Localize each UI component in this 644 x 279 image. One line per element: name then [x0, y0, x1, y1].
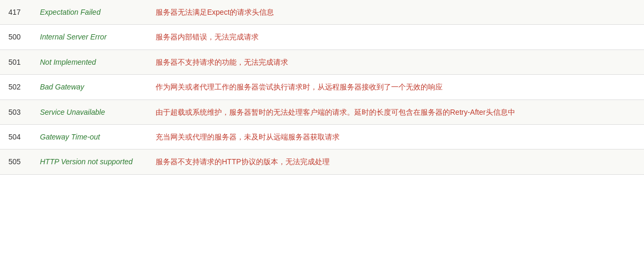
table-row: 500Internal Server Error服务器内部错误，无法完成请求 [0, 25, 644, 49]
status-description: 充当网关或代理的服务器，未及时从远端服务器获取请求 [147, 124, 644, 149]
status-description: 由于超载或系统维护，服务器暂时的无法处理客户端的请求。延时的长度可包含在服务器的… [147, 99, 644, 124]
table-row: 417Expectation Failed服务器无法满足Expect的请求头信息 [0, 0, 644, 25]
status-description: 服务器内部错误，无法完成请求 [147, 25, 644, 49]
status-code: 503 [0, 99, 32, 124]
status-description: 服务器无法满足Expect的请求头信息 [147, 0, 644, 25]
table-row: 505HTTP Version not supported服务器不支持请求的HT… [0, 150, 644, 174]
status-name: Internal Server Error [32, 25, 147, 49]
status-code: 417 [0, 0, 32, 25]
table-row: 503Service Unavailable由于超载或系统维护，服务器暂时的无法… [0, 99, 644, 124]
status-name: Service Unavailable [32, 99, 147, 124]
status-description: 作为网关或者代理工作的服务器尝试执行请求时，从远程服务器接收到了一个无效的响应 [147, 75, 644, 99]
table-row: 504Gateway Time-out充当网关或代理的服务器，未及时从远端服务器… [0, 124, 644, 149]
table-row: 502Bad Gateway作为网关或者代理工作的服务器尝试执行请求时，从远程服… [0, 75, 644, 99]
http-status-table: 417Expectation Failed服务器无法满足Expect的请求头信息… [0, 0, 644, 175]
status-code: 502 [0, 75, 32, 99]
status-code: 505 [0, 150, 32, 174]
status-description: 服务器不支持请求的HTTP协议的版本，无法完成处理 [147, 150, 644, 174]
status-name: Gateway Time-out [32, 124, 147, 149]
status-name: Not Implemented [32, 49, 147, 74]
status-code: 500 [0, 25, 32, 49]
status-code: 501 [0, 49, 32, 74]
status-description: 服务器不支持请求的功能，无法完成请求 [147, 49, 644, 74]
status-name: HTTP Version not supported [32, 150, 147, 174]
status-code: 504 [0, 124, 32, 149]
status-name: Bad Gateway [32, 75, 147, 99]
status-name: Expectation Failed [32, 0, 147, 25]
table-row: 501Not Implemented服务器不支持请求的功能，无法完成请求 [0, 49, 644, 74]
